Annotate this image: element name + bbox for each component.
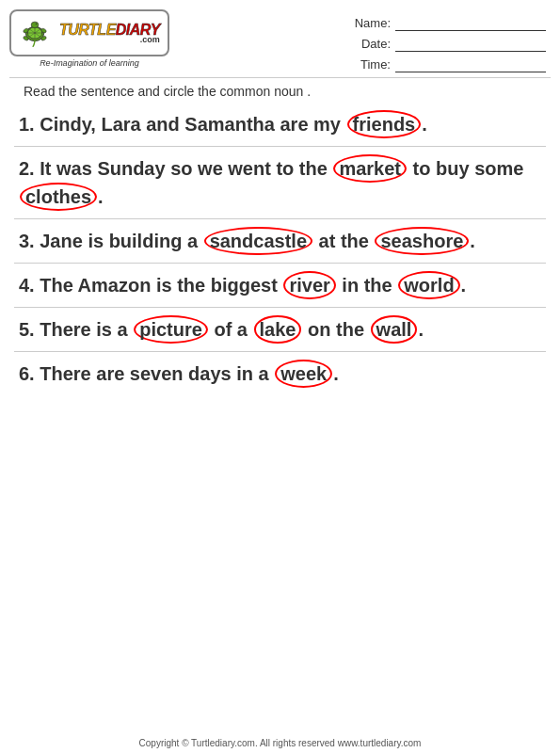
page-header: TURTLEDIARY .com Re-Imagination of learn… bbox=[0, 0, 560, 77]
q5-number: 5. bbox=[19, 319, 40, 340]
q3-number: 3. bbox=[19, 231, 40, 251]
svg-point-6 bbox=[31, 22, 39, 28]
question-2-text: 2. It was Sunday so we went to the marke… bbox=[19, 154, 541, 211]
q1-number: 1. bbox=[19, 114, 40, 135]
question-6-text: 6. There are seven days in a week. bbox=[19, 360, 541, 388]
logo-container: TURTLEDIARY .com bbox=[9, 9, 169, 56]
q5-circled-picture: picture bbox=[134, 315, 208, 344]
logo-area: TURTLEDIARY .com Re-Imagination of learn… bbox=[9, 9, 169, 68]
name-input-line[interactable] bbox=[395, 14, 546, 31]
q6-circled-week: week bbox=[275, 360, 332, 388]
q2-circled-clothes: clothes bbox=[20, 183, 97, 211]
question-3: 3. Jane is building a sandcastle at the … bbox=[14, 219, 546, 264]
question-5: 5. There is a picture of a lake on the w… bbox=[14, 308, 546, 352]
footer: Copyright © Turtlediary.com. All rights … bbox=[0, 738, 560, 748]
time-input-line[interactable] bbox=[395, 56, 546, 72]
q3-circled-sandcastle: sandcastle bbox=[204, 227, 312, 255]
logo-com: .com bbox=[59, 36, 160, 44]
question-4: 4. The Amazon is the biggest river in th… bbox=[14, 264, 546, 308]
question-3-text: 3. Jane is building a sandcastle at the … bbox=[19, 227, 541, 255]
q1-circled-friends: friends bbox=[347, 110, 422, 138]
q5-circled-lake: lake bbox=[254, 315, 302, 344]
q4-number: 4. bbox=[19, 275, 40, 296]
question-1-text: 1. Cindy, Lara and Samantha are my frien… bbox=[19, 110, 541, 138]
question-2: 2. It was Sunday so we went to the marke… bbox=[14, 147, 546, 219]
name-label: Name: bbox=[353, 16, 391, 30]
logo-brand: TURTLEDIARY .com bbox=[59, 23, 160, 44]
name-row: Name: bbox=[353, 14, 546, 31]
date-row: Date: bbox=[353, 35, 546, 52]
form-fields: Name: Date: Time: bbox=[353, 9, 546, 72]
q4-circled-river: river bbox=[283, 271, 335, 299]
time-row: Time: bbox=[353, 56, 546, 72]
q5-circled-wall: wall bbox=[371, 315, 418, 344]
q3-circled-seashore: seashore bbox=[375, 227, 469, 255]
q6-number: 6. bbox=[19, 363, 40, 384]
date-label: Date: bbox=[353, 37, 391, 51]
svg-point-7 bbox=[36, 24, 37, 24]
questions-area: 1. Cindy, Lara and Samantha are my frien… bbox=[0, 103, 560, 395]
question-5-text: 5. There is a picture of a lake on the w… bbox=[19, 315, 541, 344]
question-6: 6. There are seven days in a week. bbox=[14, 352, 546, 395]
question-4-text: 4. The Amazon is the biggest river in th… bbox=[19, 271, 541, 299]
q4-circled-world: world bbox=[398, 271, 459, 299]
logo-tagline: Re-Imagination of learning bbox=[40, 58, 139, 68]
time-label: Time: bbox=[353, 57, 391, 72]
q2-number: 2. bbox=[19, 158, 40, 179]
question-1: 1. Cindy, Lara and Samantha are my frien… bbox=[14, 103, 546, 147]
q2-circled-market: market bbox=[333, 154, 407, 183]
date-input-line[interactable] bbox=[395, 35, 546, 52]
turtle-icon bbox=[17, 15, 53, 51]
instructions: Read the sentence and circle the common … bbox=[9, 77, 551, 103]
